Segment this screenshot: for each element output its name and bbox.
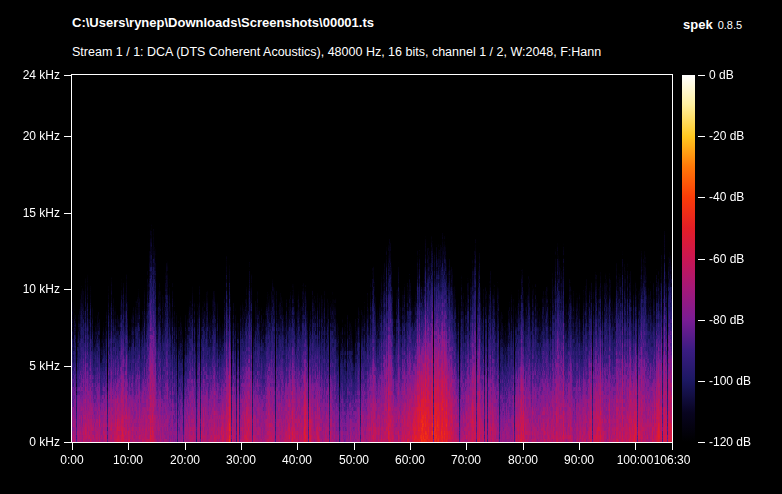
db-tick-label: -100 dB <box>709 374 751 389</box>
db-tick <box>698 381 705 382</box>
db-tick-label: -60 dB <box>709 252 744 267</box>
app-window: C:\Users\rynep\Downloads\Screenshots\000… <box>0 0 782 494</box>
db-tick-label: -20 dB <box>709 129 744 144</box>
db-tick-label: -80 dB <box>709 313 744 328</box>
db-tick <box>698 320 705 321</box>
db-tick <box>698 442 705 443</box>
db-tick <box>698 75 705 76</box>
db-tick <box>698 197 705 198</box>
db-tick-label: -40 dB <box>709 190 744 205</box>
db-tick-label: -120 dB <box>709 435 751 450</box>
db-axis: 0 dB-20 dB-40 dB-60 dB-80 dB-100 dB-120 … <box>0 0 782 494</box>
db-tick <box>698 259 705 260</box>
db-tick <box>698 136 705 137</box>
db-tick-label: 0 dB <box>709 68 734 83</box>
